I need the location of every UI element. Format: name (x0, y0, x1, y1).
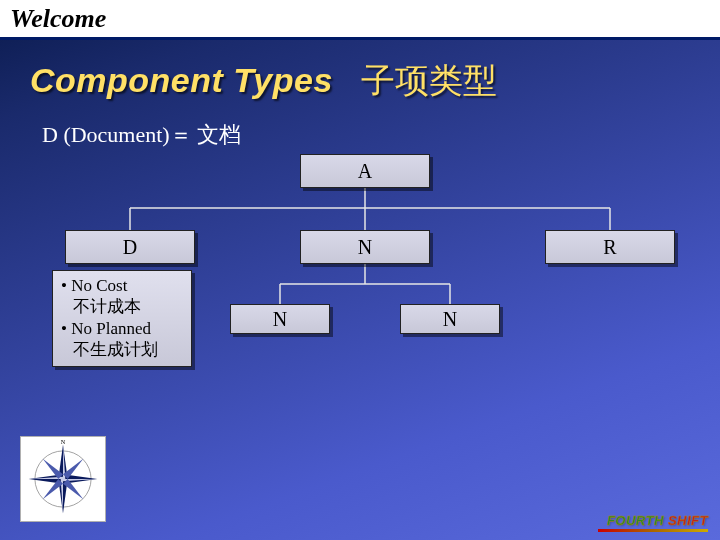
tree-node-n: N (300, 230, 430, 264)
title-chinese: 子项类型 (361, 58, 497, 104)
subtitle-text: D (Document)＝ 文档 (42, 120, 241, 150)
node-label: N (443, 308, 457, 330)
tree-node-n-child-right: N (400, 304, 500, 334)
tree-node-n-child-left: N (230, 304, 330, 334)
annotation-box: • No Cost 不计成本 • No Planned 不生成计划 (52, 270, 192, 367)
node-label: R (603, 236, 616, 258)
footer-brand: FOURTH SHIFT (607, 513, 708, 528)
brand-part-b: SHIFT (664, 513, 708, 528)
node-label: N (273, 308, 287, 330)
bullet-2-en: • No Planned (61, 318, 183, 339)
node-label: D (123, 236, 137, 258)
welcome-bar: Welcome (0, 0, 720, 40)
compass-icon: N (20, 436, 106, 522)
slide-title: Component Types 子项类型 (30, 58, 497, 104)
tree-node-d: D (65, 230, 195, 264)
bullet-1-en: • No Cost (61, 275, 183, 296)
bullet-1-zh: 不计成本 (61, 296, 183, 317)
node-label: N (358, 236, 372, 258)
tree-node-root: A (300, 154, 430, 188)
node-label: A (358, 160, 372, 182)
svg-text:N: N (61, 440, 66, 445)
bullet-2-zh: 不生成计划 (61, 339, 183, 360)
welcome-text: Welcome (0, 4, 106, 33)
title-english: Component Types (30, 61, 333, 100)
footer-underline (598, 529, 708, 532)
tree-node-r: R (545, 230, 675, 264)
brand-part-a: FOURTH (607, 513, 664, 528)
